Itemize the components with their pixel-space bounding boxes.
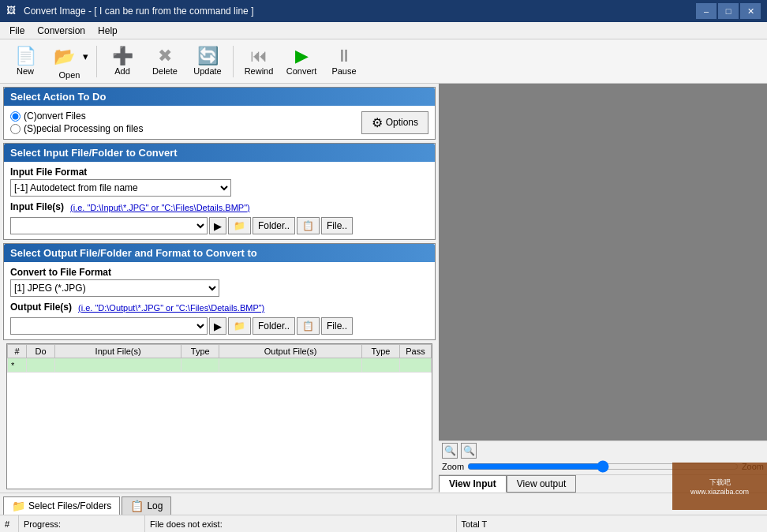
status-total: Total T: [457, 515, 768, 532]
new-button[interactable]: 📄 New: [5, 43, 46, 81]
left-panel: Select Action To Do (C)onvert Files (S)p…: [0, 84, 439, 493]
input-browse-folder-button[interactable]: 📁: [228, 217, 251, 234]
cell-do: [27, 358, 55, 373]
options-button[interactable]: ⚙ Options: [361, 111, 428, 134]
menu-conversion[interactable]: Conversion: [31, 22, 92, 39]
window-title: Convert Image - [ I can be run from the …: [24, 6, 696, 17]
action-radios: (C)onvert Files (S)pecial Processing on …: [10, 111, 361, 134]
tab-view-output[interactable]: View output: [507, 475, 577, 493]
tab-files-folders[interactable]: 📁 Select Files/Folders: [3, 496, 120, 515]
input-files-hint: (i.e. "D:\Input\*.JPG" or "C:\Files\Deta…: [70, 203, 250, 212]
menu-file[interactable]: File: [3, 22, 31, 39]
action-section: Select Action To Do (C)onvert Files (S)p…: [3, 87, 436, 140]
input-copy-icon: 📋: [302, 220, 314, 231]
rewind-icon: ⏮: [250, 47, 268, 65]
special-processing-label: (S)pecial Processing on files: [24, 123, 143, 134]
tab-log[interactable]: 📋 Log: [122, 496, 171, 515]
output-copy-icon: 📋: [302, 320, 314, 332]
pause-icon: ⏸: [335, 47, 353, 65]
minimize-button[interactable]: –: [696, 3, 716, 19]
convert-button[interactable]: ▶ Convert: [281, 43, 322, 81]
status-message: File does not exist:: [145, 515, 457, 532]
special-processing-radio-input[interactable]: [10, 124, 21, 134]
col-input-files: Input File(s): [55, 345, 181, 358]
file-list-area: # Do Input File(s) Type Output File(s) T…: [6, 343, 432, 489]
table-row: *: [8, 358, 432, 373]
maximize-button[interactable]: □: [718, 3, 739, 19]
input-file-row: ▶ 📁 Folder.. 📋 File..: [10, 217, 428, 234]
input-copy-button[interactable]: 📋: [297, 217, 320, 234]
output-file-button[interactable]: File..: [321, 317, 353, 335]
zoom-left-label: Zoom: [442, 462, 464, 471]
special-processing-radio[interactable]: (S)pecial Processing on files: [10, 123, 361, 134]
pause-button[interactable]: ⏸ Pause: [324, 43, 365, 81]
status-progress: Progress:: [19, 515, 145, 532]
watermark: 下载吧www.xiazaiba.com: [672, 463, 767, 510]
open-button[interactable]: 📂: [48, 43, 80, 70]
output-file-row: ▶ 📁 Folder.. 📋 File..: [10, 317, 428, 335]
add-button[interactable]: ➕ Add: [102, 43, 143, 81]
output-folder-button[interactable]: Folder..: [253, 317, 295, 335]
input-file-select[interactable]: [10, 217, 208, 234]
status-bar: # Progress: File does not exist: Total T: [0, 515, 767, 532]
tab-view-input[interactable]: View Input: [439, 475, 507, 493]
open-dropdown-arrow[interactable]: ▾: [80, 43, 91, 70]
input-format-label: Input File Format: [10, 167, 428, 178]
output-section-content: Convert to File Format [1] JPEG (*.JPG) …: [4, 262, 435, 339]
rewind-button[interactable]: ⏮ Rewind: [238, 43, 279, 81]
zoom-icon-2[interactable]: 🔍: [461, 443, 477, 459]
new-icon: 📄: [15, 47, 36, 65]
output-section-header: Select Output File/Folder and Format to …: [4, 244, 435, 262]
output-files-label: Output File(s): [10, 302, 72, 313]
close-button[interactable]: ✕: [740, 3, 761, 19]
cell-pass: [400, 358, 432, 373]
toolbar-divider-1: [96, 46, 97, 77]
col-input-type: Type: [181, 345, 219, 358]
title-bar: 🖼 Convert Image - [ I can be run from th…: [0, 0, 767, 22]
open-icon: 📂: [54, 48, 75, 66]
status-progress-label: Progress:: [24, 519, 61, 529]
convert-icon: ▶: [295, 47, 309, 65]
output-play-button[interactable]: ▶: [209, 317, 226, 335]
log-icon: 📋: [130, 500, 144, 512]
output-file-select[interactable]: [10, 317, 208, 335]
zoom-icon-1[interactable]: 🔍: [442, 443, 458, 459]
col-output-files: Output File(s): [219, 345, 362, 358]
col-number: #: [8, 345, 27, 358]
right-panel: 🔍 🔍 Zoom Zoom View Input View output: [439, 84, 767, 493]
output-files-header-row: Output File(s) (i.e. "D:\Output\*.JPG" o…: [10, 302, 428, 314]
convert-files-radio-input[interactable]: [10, 111, 21, 122]
col-do: Do: [27, 345, 55, 358]
input-file-button[interactable]: File..: [321, 217, 353, 234]
output-browse-folder-button[interactable]: 📁: [228, 317, 251, 335]
convert-files-radio[interactable]: (C)onvert Files: [10, 111, 361, 122]
cell-output-type: [362, 358, 400, 373]
cell-input-file: [55, 358, 181, 373]
open-label: Open: [59, 70, 80, 80]
file-table-header: # Do Input File(s) Type Output File(s) T…: [8, 345, 432, 358]
input-files-header-row: Input File(s) (i.e. "D:\Input\*.JPG" or …: [10, 201, 428, 214]
files-folders-label: Select Files/Folders: [28, 500, 111, 511]
middle-section: Select Action To Do (C)onvert Files (S)p…: [0, 84, 767, 493]
input-play-button[interactable]: ▶: [209, 217, 226, 234]
output-format-select[interactable]: [1] JPEG (*.JPG): [10, 279, 219, 297]
input-files-label: Input File(s): [10, 201, 64, 212]
options-icon: ⚙: [372, 115, 383, 130]
input-folder-button[interactable]: Folder..: [253, 217, 295, 234]
col-pass: Pass: [400, 345, 432, 358]
app-window: 🖼 Convert Image - [ I can be run from th…: [0, 0, 767, 532]
window-controls: – □ ✕: [696, 3, 761, 19]
menu-help[interactable]: Help: [92, 22, 124, 39]
add-icon: ➕: [112, 47, 133, 65]
update-button[interactable]: 🔄 Update: [187, 43, 228, 81]
action-section-content: (C)onvert Files (S)pecial Processing on …: [4, 106, 435, 139]
input-format-select[interactable]: [-1] Autodetect from file name: [10, 179, 231, 197]
output-copy-button[interactable]: 📋: [297, 317, 320, 335]
file-table: # Do Input File(s) Type Output File(s) T…: [7, 344, 432, 373]
toolbar: 📄 New 📂 ▾ Open ➕ Add ✖ Delete 🔄 Update: [0, 39, 767, 84]
toolbar-divider-2: [233, 46, 234, 77]
delete-button[interactable]: ✖ Delete: [144, 43, 185, 81]
options-label: Options: [386, 117, 418, 128]
options-area: ⚙ Options: [361, 111, 428, 134]
output-files-hint: (i.e. "D:\Output\*.JPG" or "C:\Files\Det…: [78, 303, 264, 313]
